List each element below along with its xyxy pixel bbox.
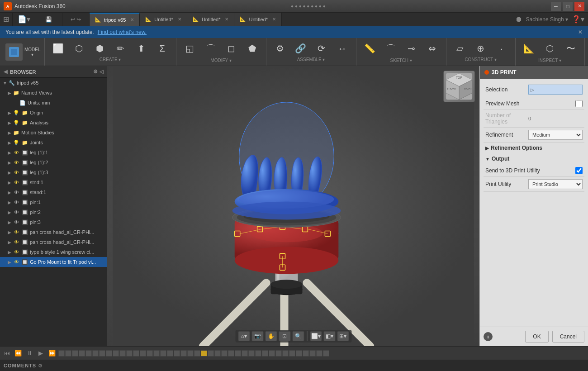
create-sketch-button[interactable]: ✏ bbox=[111, 42, 131, 55]
expand-pin3[interactable]: ▶ bbox=[6, 219, 13, 225]
tree-leg2[interactable]: ▶ 👁 🔲 leg (1):2 bbox=[0, 157, 107, 167]
sketch-arc-button[interactable]: ⌒ bbox=[381, 41, 401, 56]
construct-plane-button[interactable]: ▱ bbox=[450, 42, 470, 55]
maximize-button[interactable]: □ bbox=[563, 2, 573, 11]
view-pan-button[interactable]: ✋ bbox=[265, 331, 277, 341]
view-zoom-fit-button[interactable]: ⊡ bbox=[279, 331, 290, 341]
timeline-marker[interactable] bbox=[296, 350, 302, 357]
tree-stnd[interactable]: ▶ 👁 🔲 stnd:1 bbox=[0, 177, 107, 187]
ok-button[interactable]: OK bbox=[525, 331, 548, 342]
timeline-marker-yellow[interactable] bbox=[201, 350, 207, 357]
expand-joints[interactable]: ▶ bbox=[6, 139, 13, 146]
tree-leg1[interactable]: ▶ 👁 🔲 leg (1):1 bbox=[0, 147, 107, 157]
timeline-marker[interactable] bbox=[140, 350, 146, 357]
timeline-marker[interactable] bbox=[126, 350, 133, 357]
modify-fillet-button[interactable]: ⌒ bbox=[201, 41, 221, 56]
timeline-marker[interactable] bbox=[133, 350, 139, 357]
save-button[interactable]: 💾 bbox=[35, 13, 62, 26]
assemble-joint-button[interactable]: ⚙ bbox=[270, 42, 290, 55]
tree-stand[interactable]: ▶ 👁 🔲 stand:1 bbox=[0, 187, 107, 197]
timeline-marker[interactable] bbox=[309, 350, 316, 357]
browser-expand-icon[interactable]: ◁ bbox=[100, 69, 103, 75]
browser-back-button[interactable]: ◀ bbox=[4, 69, 7, 75]
tree-root[interactable]: ▼ 🔧 tripod v65 bbox=[0, 78, 107, 88]
modify-shell-button[interactable]: ◻ bbox=[222, 42, 242, 55]
tab-close-1[interactable]: ✕ bbox=[178, 17, 181, 22]
timeline-marker[interactable] bbox=[262, 350, 268, 357]
record-button[interactable]: ⏺ bbox=[515, 15, 522, 24]
file-menu[interactable]: 📄▾ bbox=[13, 13, 35, 26]
tree-pin1[interactable]: ▶ 👁 🔲 pin:1 bbox=[0, 197, 107, 207]
tree-analysis[interactable]: ▶ 💡 📁 Analysis bbox=[0, 118, 107, 128]
inspect-measure-button[interactable]: 📐 bbox=[519, 42, 539, 55]
update-link[interactable]: Find out what's new. bbox=[98, 29, 147, 35]
timeline-marker[interactable] bbox=[187, 350, 194, 357]
sketch-line-button[interactable]: 📏 bbox=[360, 42, 380, 55]
timeline-marker[interactable] bbox=[72, 350, 78, 357]
expand-stand[interactable]: ▶ bbox=[6, 189, 13, 195]
tab-tripod[interactable]: 📐 tripod v65 ✕ bbox=[90, 13, 140, 26]
timeline-marker[interactable] bbox=[79, 350, 85, 357]
timeline-marker[interactable] bbox=[167, 350, 173, 357]
apps-menu[interactable]: ⊞ bbox=[0, 13, 13, 26]
timeline-marker[interactable] bbox=[194, 350, 200, 357]
inspect-interf-button[interactable]: ⬡ bbox=[540, 42, 560, 55]
timeline-marker[interactable] bbox=[160, 350, 166, 357]
bottom-settings-icon[interactable]: ⚙ bbox=[38, 363, 43, 369]
tab-close-2[interactable]: ✕ bbox=[225, 17, 228, 22]
timeline-marker[interactable] bbox=[153, 350, 160, 357]
create-sum-button[interactable]: Σ bbox=[152, 42, 172, 55]
expand-stnd[interactable]: ▶ bbox=[6, 179, 13, 186]
expand-pan2[interactable]: ▶ bbox=[6, 239, 13, 245]
expand-origin[interactable]: ▶ bbox=[6, 109, 13, 116]
create-sphere-button[interactable]: ⬡ bbox=[69, 42, 89, 55]
timeline-next-button[interactable]: ⏩ bbox=[47, 349, 57, 358]
tree-pin2[interactable]: ▶ 👁 🔲 pin:2 bbox=[0, 207, 107, 217]
timeline-marker[interactable] bbox=[221, 350, 228, 357]
undo-redo[interactable]: ↩ ↪ bbox=[62, 13, 90, 26]
expand-typeb[interactable]: ▶ bbox=[6, 249, 13, 255]
timeline-marker[interactable] bbox=[275, 350, 282, 357]
browser-settings-icon[interactable]: ⚙ bbox=[93, 69, 98, 75]
selection-input[interactable]: ▷ bbox=[528, 85, 583, 95]
view-zoom-button[interactable]: 🔍 bbox=[292, 331, 304, 341]
sketch-constraint-button[interactable]: ⊸ bbox=[402, 42, 422, 55]
modify-draft-button[interactable]: ⬟ bbox=[242, 42, 262, 55]
timeline-marker[interactable] bbox=[65, 350, 71, 357]
view-home-button[interactable]: ⌂▾ bbox=[238, 331, 250, 341]
timeline-marker[interactable] bbox=[235, 350, 241, 357]
model-selector[interactable]: MODEL ▾ bbox=[2, 38, 45, 66]
timeline-marker[interactable] bbox=[58, 350, 65, 357]
expand-pin2[interactable]: ▶ bbox=[6, 209, 13, 215]
output-header[interactable]: ▼ Output bbox=[484, 153, 584, 164]
tree-pan1[interactable]: ▶ 👁 🔲 pan cross head_ai_CR-PHi... bbox=[0, 227, 107, 237]
timeline-play-button[interactable]: ▶ bbox=[36, 349, 46, 358]
tree-joints[interactable]: ▶ 💡 📁 Joints bbox=[0, 138, 107, 147]
expand-pin1[interactable]: ▶ bbox=[6, 199, 13, 205]
preview-mesh-checkbox[interactable] bbox=[575, 100, 583, 107]
refinement-options-header[interactable]: ▶ Refinement Options bbox=[484, 143, 584, 153]
timeline-marker[interactable] bbox=[147, 350, 153, 357]
expand-leg1[interactable]: ▶ bbox=[6, 149, 13, 156]
refinement-select[interactable]: Medium Low High Custom bbox=[528, 130, 583, 140]
view-camera-button[interactable]: 📷 bbox=[251, 331, 263, 341]
minimize-button[interactable]: ─ bbox=[551, 2, 561, 11]
assemble-rigid-button[interactable]: 🔗 bbox=[291, 42, 311, 55]
timeline-marker[interactable] bbox=[180, 350, 187, 357]
expand-motion-studies[interactable]: ▶ bbox=[6, 129, 13, 136]
create-cyl-button[interactable]: ⬢ bbox=[90, 42, 110, 55]
expand-analysis[interactable]: ▶ bbox=[6, 119, 13, 126]
expand-named-views[interactable]: ▶ bbox=[6, 90, 13, 96]
tree-motion-studies[interactable]: ▶ 📁 Motion Studies bbox=[0, 128, 107, 138]
timeline-marker[interactable] bbox=[228, 350, 234, 357]
sketch-dim-button[interactable]: ⇔ bbox=[422, 42, 442, 55]
expand-leg3[interactable]: ▶ bbox=[6, 169, 13, 176]
assemble-drive-button[interactable]: ⟳ bbox=[312, 42, 332, 55]
expand-pan1[interactable]: ▶ bbox=[6, 229, 13, 235]
close-button[interactable]: ✕ bbox=[574, 2, 584, 11]
tree-pin3[interactable]: ▶ 👁 🔲 pin:3 bbox=[0, 217, 107, 227]
expand-gopro[interactable]: ▶ bbox=[6, 259, 13, 265]
tree-gopro[interactable]: ▶ 👁 🔲 Go Pro Mount to fit Tripod vi... bbox=[0, 257, 107, 267]
tree-typeb[interactable]: ▶ 👁 🔲 type b style 1 wing screw ci... bbox=[0, 247, 107, 257]
tree-origin[interactable]: ▶ 💡 📁 Origin bbox=[0, 108, 107, 118]
